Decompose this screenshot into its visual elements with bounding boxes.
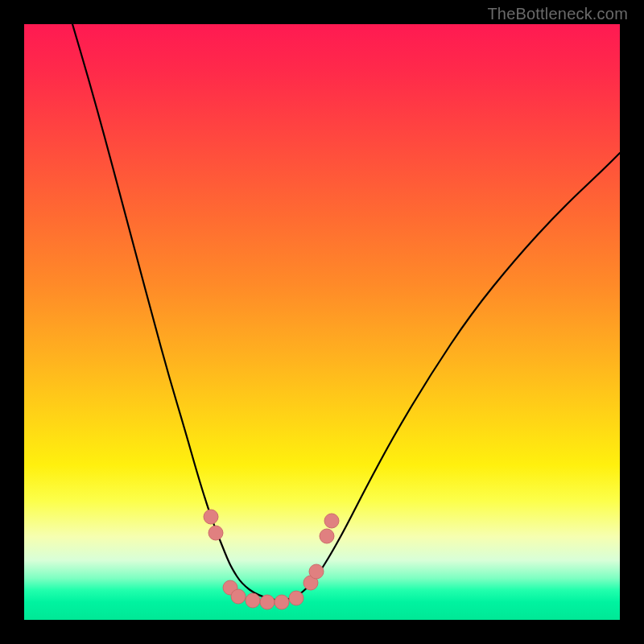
left-curve xyxy=(72,24,282,601)
marker-point xyxy=(309,564,324,579)
marker-group xyxy=(204,510,339,609)
marker-point xyxy=(208,526,223,540)
chart-frame: TheBottleneck.com xyxy=(0,0,644,644)
marker-point xyxy=(324,514,339,528)
marker-point xyxy=(260,595,275,609)
marker-point xyxy=(246,593,260,608)
plot-area xyxy=(24,24,620,620)
marker-point xyxy=(231,589,246,604)
marker-point xyxy=(289,591,303,605)
marker-point xyxy=(275,595,289,609)
watermark-text: TheBottleneck.com xyxy=(487,5,628,23)
marker-point xyxy=(320,529,334,543)
marker-point xyxy=(204,510,218,524)
curve-svg xyxy=(24,24,620,620)
